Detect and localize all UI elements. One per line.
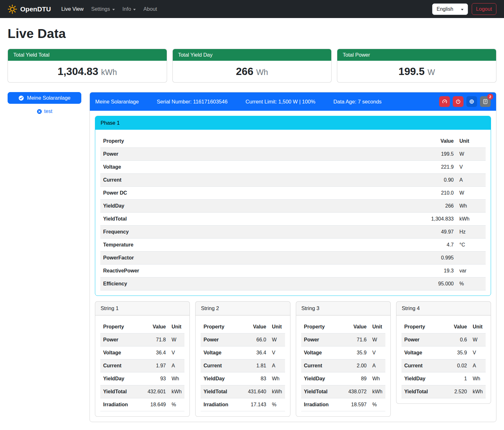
table-row: Efficiency95.000% <box>100 277 486 290</box>
inverter-tab-test-row: test <box>8 109 81 114</box>
column-header: Property <box>401 321 446 333</box>
unit-cell: kWh <box>169 385 184 398</box>
table-row: ReactivePower19.3var <box>100 265 486 277</box>
brand-link[interactable]: OpenDTU <box>8 4 51 14</box>
inverter-device-info-button[interactable] <box>466 96 477 107</box>
card-unit: Wh <box>256 68 268 77</box>
unit-cell <box>457 252 486 265</box>
property-cell: Voltage <box>401 346 446 359</box>
column-header: Unit <box>457 135 486 148</box>
table-row: Voltage36.4V <box>201 346 285 359</box>
card-title: Total Yield Total <box>8 49 167 61</box>
card-title: Total Power <box>337 49 496 61</box>
value-cell: 17.143 <box>245 398 269 411</box>
unit-cell: A <box>470 359 486 372</box>
property-cell: ReactivePower <box>100 265 408 277</box>
unit-cell: W <box>169 333 184 346</box>
property-cell: YieldDay <box>401 372 446 385</box>
inverter-event-log-button[interactable]: 2 <box>480 96 491 107</box>
summary-cards-row: Total Yield Total 1,304.83kWh Total Yiel… <box>8 49 496 83</box>
table-row: Irradiation18.649% <box>100 398 184 411</box>
string-table: PropertyValueUnitPower71.6WVoltage35.9VC… <box>301 321 385 411</box>
check-circle-icon <box>18 95 24 101</box>
property-cell: Voltage <box>100 161 408 174</box>
value-cell: 432.601 <box>145 385 169 398</box>
value-cell: 19.3 <box>408 265 457 277</box>
property-cell: Power <box>301 333 345 346</box>
property-cell: YieldDay <box>100 200 408 213</box>
sun-logo-icon <box>8 4 17 14</box>
value-cell: 0.995 <box>408 252 457 265</box>
column-header: Value <box>245 321 269 333</box>
property-cell: Efficiency <box>100 277 408 290</box>
total-power-card: Total Power 199.5W <box>337 49 496 83</box>
logout-button[interactable]: Logout <box>472 3 496 15</box>
table-row: Current1.97A <box>100 359 184 372</box>
card-unit: kWh <box>101 68 117 77</box>
table-header-row: PropertyValueUnit <box>401 321 486 333</box>
inverter-tab-meine-solaranlage[interactable]: Meine Solaranlage <box>8 92 81 104</box>
string-body: PropertyValueUnitPower71.8WVoltage36.4VC… <box>95 315 190 416</box>
value-cell: 18.597 <box>345 398 370 411</box>
property-cell: YieldTotal <box>201 385 245 398</box>
nav-item-info[interactable]: Info <box>120 3 139 15</box>
chevron-down-icon <box>461 9 464 10</box>
table-row: YieldDay83Wh <box>201 372 285 385</box>
property-cell: Power <box>401 333 446 346</box>
unit-cell: Hz <box>457 226 486 239</box>
value-cell: 83 <box>245 372 269 385</box>
unit-cell: V <box>457 161 486 174</box>
property-cell: Current <box>201 359 245 372</box>
table-row: Power66.0W <box>201 333 285 346</box>
string-1-card: String 1 PropertyValueUnitPower71.8WVolt… <box>95 301 190 417</box>
string-body: PropertyValueUnitPower66.0WVoltage36.4VC… <box>196 315 290 416</box>
navbar: OpenDTU Live View Settings Info About En… <box>0 0 504 18</box>
property-cell: YieldTotal <box>401 385 446 398</box>
value-cell: 0.02 <box>446 359 470 372</box>
inverter-selector: Meine Solaranlage test <box>8 92 81 114</box>
inverter-tab-test[interactable]: test <box>44 109 53 114</box>
speedometer-icon <box>442 99 448 105</box>
inverter-serial: Serial Number: 116171603546 <box>157 99 228 105</box>
unit-cell: V <box>169 346 184 359</box>
table-row: Irradiation17.143% <box>201 398 285 411</box>
language-select[interactable]: English <box>432 3 468 15</box>
table-header-row: PropertyValueUnit <box>301 321 385 333</box>
inverter-limit-button[interactable] <box>439 96 450 107</box>
nav-item-about[interactable]: About <box>140 3 160 15</box>
property-cell: Power <box>201 333 245 346</box>
x-circle-icon <box>37 109 42 114</box>
card-body: 199.5W <box>337 61 496 82</box>
string-2-card: String 2 PropertyValueUnitPower66.0WVolt… <box>195 301 290 417</box>
value-cell: 93 <box>145 372 169 385</box>
table-row: YieldTotal431.640kWh <box>201 385 285 398</box>
unit-cell: A <box>370 359 385 372</box>
value-cell: 0.6 <box>446 333 470 346</box>
unit-cell: kWh <box>370 385 385 398</box>
nav-item-label: Settings <box>91 6 110 12</box>
chevron-down-icon <box>112 9 115 10</box>
unit-cell: Wh <box>269 372 285 385</box>
nav-item-label: About <box>143 6 157 12</box>
property-cell: Frequency <box>100 226 408 239</box>
nav-item-label: Live View <box>61 6 84 12</box>
column-header: Value <box>345 321 370 333</box>
phase-body: PropertyValueUnitPower199.5WVoltage221.9… <box>95 130 491 296</box>
nav-item-live-view[interactable]: Live View <box>59 3 86 15</box>
property-cell: Current <box>401 359 446 372</box>
inverter-name: Meine Solaranlage <box>95 99 139 105</box>
phase-panel: Phase 1 PropertyValueUnitPower199.5WVolt… <box>95 116 491 296</box>
unit-cell: A <box>269 359 285 372</box>
main-content: Live Data Total Yield Total 1,304.83kWh … <box>0 18 504 430</box>
inverter-limit: Current Limit: 1,500 W | 100% <box>246 99 315 105</box>
phase-title: Phase 1 <box>95 116 491 130</box>
column-header: Property <box>201 321 245 333</box>
property-cell: Voltage <box>100 346 145 359</box>
property-cell: YieldTotal <box>301 385 345 398</box>
card-unit: W <box>427 68 435 77</box>
nav-item-settings[interactable]: Settings <box>88 3 118 15</box>
table-row: YieldDay1Wh <box>401 372 486 385</box>
property-cell: PowerFactor <box>100 252 408 265</box>
value-cell: 18.649 <box>145 398 169 411</box>
inverter-power-button[interactable] <box>453 96 464 107</box>
